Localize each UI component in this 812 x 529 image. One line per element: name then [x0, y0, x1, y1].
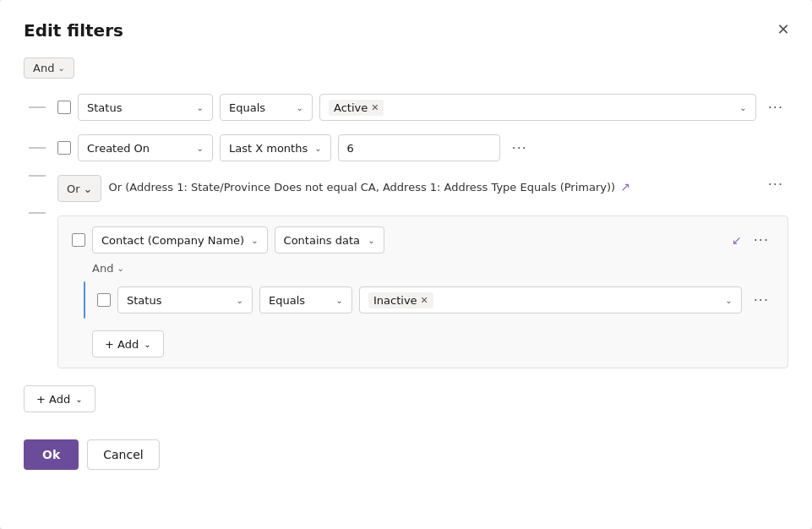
nested-add-label: + Add [105, 338, 139, 351]
nested-operator-chevron-icon: ⌄ [368, 236, 374, 245]
or-badge-label: Or [67, 183, 80, 195]
inner-operator-chevron-icon: ⌄ [336, 296, 343, 305]
row2-more-button[interactable]: ··· [507, 139, 532, 158]
nested-collapse-icon[interactable]: ↙ [732, 233, 742, 247]
top-and-section: And ⌄ [24, 57, 788, 79]
nested-connector-line [29, 212, 46, 214]
nested-and-label: And [92, 262, 113, 275]
nested-operator-select[interactable]: Contains data ⌄ [275, 226, 384, 254]
nested-field-chevron-icon: ⌄ [251, 236, 258, 245]
nested-vertical-line [84, 281, 85, 319]
bottom-add-section: + Add ⌄ [24, 385, 788, 412]
or-row-connector [24, 175, 51, 177]
inner-inactive-chip: Inactive ✕ [368, 292, 433, 308]
bottom-add-label: + Add [36, 393, 70, 406]
nested-group-header: Contact (Company Name) ⌄ Contains data ⌄… [72, 226, 774, 254]
row2-checkbox[interactable] [57, 141, 71, 155]
inner-value-chevron-icon: ⌄ [725, 296, 732, 305]
row1-field-chevron-icon: ⌄ [197, 103, 204, 112]
edit-filters-dialog: Edit filters ✕ And ⌄ Status ⌄ Equals ⌄ A… [0, 0, 812, 529]
row1-more-button[interactable]: ··· [763, 98, 788, 117]
nested-field-select[interactable]: Contact (Company Name) ⌄ [92, 226, 268, 254]
ok-button[interactable]: Ok [24, 439, 79, 470]
nested-operator-label: Contains data [284, 234, 360, 247]
row1-value-chevron-icon: ⌄ [739, 103, 746, 112]
row1-field-select[interactable]: Status ⌄ [78, 94, 213, 121]
row2-value-input[interactable] [338, 134, 500, 161]
or-row-text: Or (Address 1: State/Province Does not e… [108, 175, 755, 199]
row1-value-select[interactable]: Active ✕ ⌄ [319, 94, 756, 121]
inner-operator-label: Equals [269, 294, 305, 307]
inner-operator-select[interactable]: Equals ⌄ [259, 286, 352, 314]
nested-add-button[interactable]: + Add ⌄ [92, 330, 164, 357]
filter-row-created-on: Created On ⌄ Last X months ⌄ ··· [24, 128, 788, 168]
or-badge-chevron-icon: ⌄ [84, 183, 93, 195]
row2-field-chevron-icon: ⌄ [197, 144, 204, 153]
nested-add-chevron-icon: ⌄ [144, 340, 150, 349]
row1-chip-remove-icon[interactable]: ✕ [371, 102, 379, 113]
nested-and-section: And ⌄ [72, 262, 774, 275]
row1-operator-chevron-icon: ⌄ [297, 103, 303, 112]
inner-field-chevron-icon: ⌄ [237, 296, 243, 305]
or-badge[interactable]: Or ⌄ [57, 175, 101, 202]
or-expand-icon[interactable]: ↗ [620, 180, 630, 194]
nested-group: Contact (Company Name) ⌄ Contains data ⌄… [57, 215, 788, 368]
row1-active-chip: Active ✕ [329, 100, 384, 116]
nested-add-section: + Add ⌄ [72, 330, 774, 357]
nested-group-more-button[interactable]: ··· [749, 231, 774, 250]
inner-tag-value: Inactive ✕ [368, 292, 433, 308]
row2-operator-chevron-icon: ⌄ [314, 144, 321, 153]
inner-value-select[interactable]: Inactive ✕ ⌄ [359, 286, 742, 314]
inner-row-checkbox[interactable] [97, 293, 111, 307]
filter-row-status: Status ⌄ Equals ⌄ Active ✕ ⌄ ··· [24, 87, 788, 128]
row2-field-select[interactable]: Created On ⌄ [78, 134, 213, 161]
and-chevron-icon: ⌄ [57, 63, 64, 73]
row-connector-2 [24, 147, 51, 149]
row2-operator-select[interactable]: Last X months ⌄ [220, 134, 331, 161]
row1-operator-label: Equals [229, 101, 265, 114]
nested-inner-row: Status ⌄ Equals ⌄ Inactive ✕ [97, 281, 774, 319]
inner-row-more-button[interactable]: ··· [749, 291, 774, 310]
close-button[interactable]: ✕ [771, 17, 795, 41]
row-connector-1 [24, 106, 51, 108]
or-group-row: Or ⌄ Or (Address 1: State/Province Does … [24, 168, 788, 209]
nested-group-connector [24, 212, 51, 214]
inner-field-label: Status [127, 294, 161, 307]
inner-field-select[interactable]: Status ⌄ [117, 286, 253, 314]
row1-checkbox[interactable] [57, 101, 71, 114]
inner-chip-label: Inactive [373, 294, 417, 307]
connector-line-2 [29, 147, 46, 149]
bottom-add-chevron-icon: ⌄ [75, 395, 82, 404]
and-badge[interactable]: And ⌄ [24, 57, 74, 79]
nested-group-wrapper: Contact (Company Name) ⌄ Contains data ⌄… [24, 212, 788, 372]
dialog-title: Edit filters [24, 20, 788, 41]
nested-group-checkbox[interactable] [72, 233, 85, 247]
and-label: And [33, 62, 54, 74]
bottom-add-button[interactable]: + Add ⌄ [24, 385, 95, 412]
or-connector-line [29, 175, 46, 177]
or-row-more-button[interactable]: ··· [763, 175, 788, 194]
connector-line-1 [29, 106, 46, 108]
row2-operator-label: Last X months [229, 142, 308, 155]
nested-field-label: Contact (Company Name) [101, 234, 244, 247]
nested-and-chevron-icon: ⌄ [117, 264, 123, 273]
dialog-footer: Ok Cancel [24, 439, 788, 470]
cancel-button[interactable]: Cancel [87, 439, 159, 470]
row1-operator-select[interactable]: Equals ⌄ [220, 94, 313, 121]
row1-field-label: Status [87, 101, 122, 114]
row2-field-label: Created On [87, 142, 150, 155]
inner-chip-remove-icon[interactable]: ✕ [421, 295, 428, 306]
row1-chip-label: Active [334, 101, 368, 114]
row1-tag-value: Active ✕ [329, 100, 384, 116]
nested-inner-row-wrapper: Status ⌄ Equals ⌄ Inactive ✕ [72, 281, 774, 319]
